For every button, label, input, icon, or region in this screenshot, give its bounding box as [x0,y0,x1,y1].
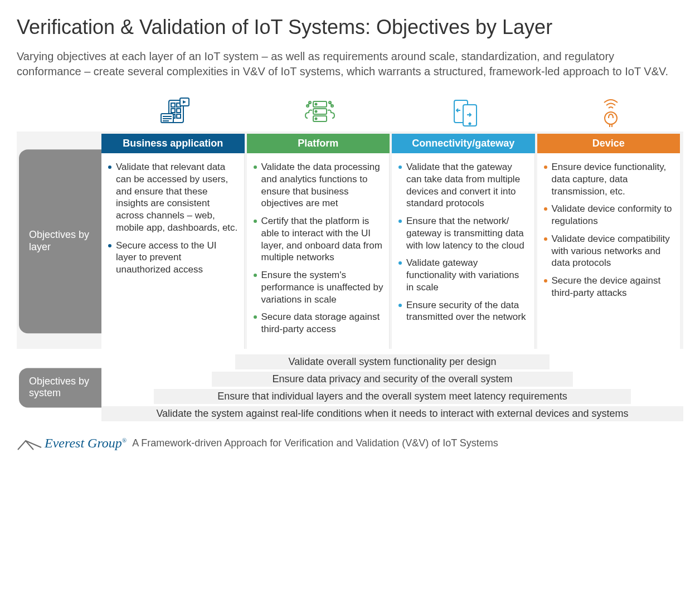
svg-rect-6 [177,114,181,118]
columns-container: Business application Validate that relev… [101,134,683,349]
column-connectivity: Connectivity/gateway Validate that the g… [392,134,535,349]
objectives-by-system-block: Objectives by system Validate overall sy… [17,354,683,421]
brand-name: Everest Group® [43,436,127,451]
svg-point-16 [315,104,317,105]
connectivity-icon [392,92,538,128]
icon-row [101,92,683,128]
svg-rect-1 [171,103,175,107]
objective-item: Validate the data processing and analyti… [250,161,384,210]
objectives-list: Validate that relevant data can be acces… [105,161,239,276]
svg-point-27 [469,123,470,125]
platform-icon [247,92,392,128]
objectives-list: Ensure device functionality, data captur… [541,161,675,299]
column-header: Connectivity/gateway [392,134,535,153]
objective-item: Validate that the gateway can take data … [395,161,529,210]
svg-point-17 [315,111,317,113]
footer: Everest Group® A Framework-driven Approa… [17,436,683,451]
objectives-list: Validate that the gateway can take data … [395,161,529,323]
everest-logo-icon [17,439,42,451]
side-label-by-system: Objectives by system [17,354,101,421]
system-objective-bar: Ensure data privacy and security of the … [212,372,572,387]
footer-tagline: A Framework-driven Approach for Verifica… [132,437,498,449]
objective-item: Secure the device against third-party at… [541,275,675,299]
objective-item: Certify that the platform is able to int… [250,215,384,264]
column-device: Device Ensure device functionality, data… [537,134,680,349]
system-objective-bar: Validate overall system functionality pe… [235,354,550,369]
svg-rect-3 [171,109,175,113]
objective-item: Validate device conformity to regulation… [541,203,675,227]
svg-rect-4 [177,109,181,113]
column-header: Device [537,134,680,153]
objective-item: Secure access to the UI layer to prevent… [105,240,239,276]
layers-chart: Objectives by layer Business application… [17,92,683,421]
system-objective-bar: Ensure that individual layers and the ov… [154,389,631,404]
objectives-by-layer-grid: Objectives by layer Business application… [17,132,683,349]
column-header: Business application [101,134,245,153]
objective-item: Validate gateway functionality with vari… [395,257,529,293]
page-title: Verification & Validation of IoT Systems… [17,16,683,39]
objective-item: Validate device compatibility with vario… [541,233,675,269]
objective-item: Ensure that the network/ gateway is tran… [395,215,529,251]
intro-text: Varying objectives at each layer of an I… [17,49,674,79]
objectives-list: Validate the data processing and analyti… [250,161,384,335]
objective-item: Ensure device functionality, data captur… [541,161,675,197]
column-platform: Platform Validate the data processing an… [247,134,390,349]
system-objective-bar: Validate the system against real-life co… [101,406,683,421]
by-layer-label: Objectives by layer [29,229,94,253]
by-system-label: Objectives by system [29,376,89,399]
system-bars: Validate overall system functionality pe… [101,354,683,421]
side-label-by-layer: Objectives by layer [17,134,101,349]
device-icon [538,92,683,128]
column-header: Platform [247,134,390,153]
business-app-icon [101,92,247,128]
objective-item: Validate that relevant data can be acces… [105,161,239,234]
objective-item: Ensure security of the data transmitted … [395,299,529,324]
objective-item: Secure data storage against third-party … [250,311,384,335]
objective-item: Ensure the system's performance is unaff… [250,269,384,305]
column-business-application: Business application Validate that relev… [101,134,245,349]
svg-point-18 [315,118,317,120]
